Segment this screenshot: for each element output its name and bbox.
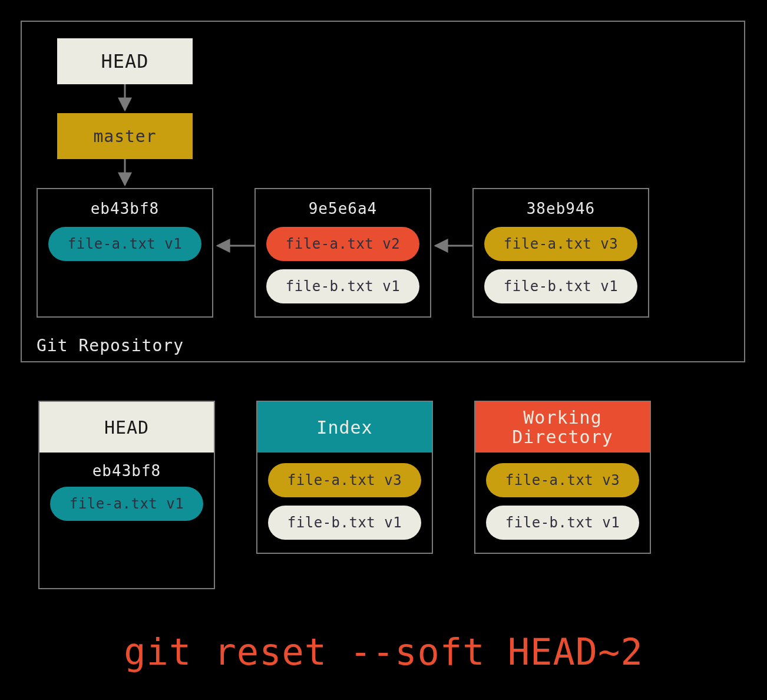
panel-working-directory: Working Directory file-a.txt v3 file-b.t… (474, 401, 651, 554)
branch-master-box: master (57, 113, 193, 159)
commit-box-eb43bf8: eb43bf8 file-a.txt v1 (37, 188, 213, 318)
git-repository-frame: Git Repository HEAD master eb43bf8 file-… (21, 21, 745, 362)
panel-hash: eb43bf8 (92, 462, 161, 480)
head-pointer-box: HEAD (57, 38, 193, 84)
panel-header: Working Directory (475, 402, 650, 453)
panel-header: Index (257, 402, 432, 453)
panel-index: Index file-a.txt v3 file-b.txt v1 (256, 401, 433, 554)
file-pill: file-a.txt v2 (266, 227, 419, 261)
file-pill: file-b.txt v1 (486, 506, 639, 540)
commit-box-9e5e6a4: 9e5e6a4 file-a.txt v2 file-b.txt v1 (254, 188, 431, 318)
file-pill: file-a.txt v3 (484, 227, 637, 261)
git-repository-label: Git Repository (37, 336, 184, 355)
commit-hash: 38eb946 (527, 200, 596, 217)
file-pill: file-b.txt v1 (266, 269, 419, 303)
file-pill: file-a.txt v3 (486, 463, 639, 497)
panel-head: HEAD eb43bf8 file-a.txt v1 (38, 401, 215, 589)
commit-hash: 9e5e6a4 (309, 200, 378, 217)
git-command: git reset --soft HEAD~2 (0, 630, 767, 673)
file-pill: file-b.txt v1 (268, 506, 421, 540)
file-pill: file-a.txt v3 (268, 463, 421, 497)
file-pill: file-a.txt v1 (48, 227, 201, 261)
commit-hash: eb43bf8 (91, 200, 160, 217)
panel-header: HEAD (39, 402, 214, 453)
commit-box-38eb946: 38eb946 file-a.txt v3 file-b.txt v1 (472, 188, 649, 318)
file-pill: file-b.txt v1 (484, 269, 637, 303)
file-pill: file-a.txt v1 (50, 487, 203, 521)
